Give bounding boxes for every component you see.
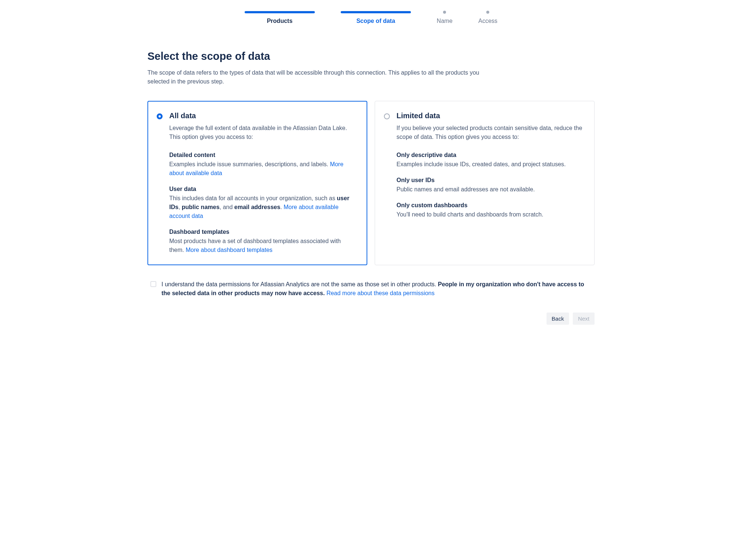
limited-descriptive-desc: Examples include issue IDs, created date…	[396, 160, 584, 169]
page-subtitle: The scope of data refers to the types of…	[147, 68, 480, 86]
limited-descriptive-title: Only descriptive data	[396, 152, 584, 158]
radio-limited-data[interactable]	[384, 113, 390, 119]
limited-userids-title: Only user IDs	[396, 177, 584, 184]
step-name-dot	[443, 11, 446, 14]
link-more-dashboard-templates[interactable]: More about dashboard templates	[186, 247, 272, 253]
step-name[interactable]: Name	[437, 11, 453, 24]
acknowledge-text: I understand the data permissions for At…	[161, 280, 595, 298]
option-all-data-title: All data	[169, 112, 357, 120]
all-detailed-desc: Examples include issue summaries, descri…	[169, 160, 357, 178]
ack-pre: I understand the data permissions for At…	[161, 281, 438, 287]
step-products-label: Products	[267, 18, 292, 24]
step-access[interactable]: Access	[479, 11, 498, 24]
link-data-permissions[interactable]: Read more about these data permissions	[326, 290, 435, 296]
all-userdata-b2: public names	[182, 204, 219, 210]
step-products[interactable]: Products	[245, 11, 315, 24]
all-userdata-sep1: ,	[178, 204, 182, 210]
step-access-label: Access	[479, 18, 498, 24]
all-dashboard-title: Dashboard templates	[169, 229, 357, 235]
limited-dashboards-title: Only custom dashboards	[396, 202, 584, 209]
acknowledge-checkbox[interactable]	[150, 281, 156, 287]
all-userdata-pre: This includes data for all accounts in y…	[169, 195, 337, 201]
option-limited-desc: If you believe your selected products co…	[396, 124, 584, 141]
radio-all-data[interactable]	[157, 113, 163, 119]
all-userdata-b3: email addresses	[234, 204, 280, 210]
step-scope[interactable]: Scope of data	[341, 11, 411, 24]
limited-userids-desc: Public names and email addresses are not…	[396, 185, 584, 194]
option-all-data-desc: Leverage the full extent of data availab…	[169, 124, 357, 141]
step-scope-bar	[341, 11, 411, 13]
step-name-label: Name	[437, 18, 453, 24]
step-access-dot	[486, 11, 489, 14]
all-userdata-title: User data	[169, 186, 357, 192]
back-button[interactable]: Back	[547, 313, 569, 325]
all-detailed-text: Examples include issue summaries, descri…	[169, 161, 330, 167]
footer-buttons: Back Next	[147, 313, 595, 325]
all-userdata-desc: This includes data for all accounts in y…	[169, 194, 357, 221]
acknowledge-row: I understand the data permissions for At…	[147, 280, 595, 298]
option-limited-data[interactable]: Limited data If you believe your selecte…	[375, 101, 595, 265]
limited-dashboards-desc: You'll need to build charts and dashboar…	[396, 210, 584, 219]
option-all-data[interactable]: All data Leverage the full extent of dat…	[147, 101, 367, 265]
options-row: All data Leverage the full extent of dat…	[147, 101, 595, 265]
all-detailed-title: Detailed content	[169, 152, 357, 158]
all-userdata-post: .	[280, 204, 284, 210]
page-title: Select the scope of data	[147, 50, 595, 62]
step-products-bar	[245, 11, 315, 13]
all-dashboard-desc: Most products have a set of dashboard te…	[169, 237, 357, 255]
option-limited-title: Limited data	[396, 112, 584, 120]
stepper: Products Scope of data Name Access	[147, 11, 595, 24]
step-scope-label: Scope of data	[356, 18, 395, 24]
all-userdata-sep2: , and	[219, 204, 234, 210]
next-button[interactable]: Next	[573, 313, 595, 325]
